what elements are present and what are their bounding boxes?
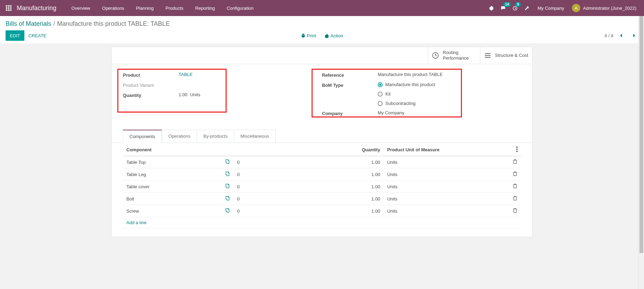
delete-row-icon[interactable]	[512, 196, 518, 201]
cell-qty: 1.00	[356, 156, 384, 168]
columns-kebab-icon[interactable]	[516, 148, 518, 153]
cell-qty: 1.00	[356, 168, 384, 181]
table-row[interactable]: Table Top01.00Units	[123, 156, 521, 168]
table-row[interactable]: Table cover01.00Units	[123, 181, 521, 193]
apps-menu-icon[interactable]	[3, 0, 15, 16]
th-component: Component	[123, 143, 221, 156]
delete-row-icon[interactable]	[512, 208, 518, 213]
stat-routing-performance[interactable]: Routing Performance	[428, 47, 480, 64]
cell-zero: 0	[234, 205, 356, 217]
delete-row-icon[interactable]	[512, 171, 518, 176]
table-row[interactable]: Table Leg01.00Units	[123, 168, 521, 181]
sub-bom-icon[interactable]	[225, 183, 230, 189]
label-product: Product	[123, 72, 179, 78]
svg-rect-12	[485, 55, 491, 56]
control-panel: Bills of Materials / Manufacture this pr…	[0, 16, 644, 44]
value-product[interactable]: TABLE	[179, 72, 322, 77]
svg-point-15	[516, 149, 518, 150]
svg-rect-3	[6, 7, 7, 9]
radio-kit[interactable]: Kit	[378, 91, 521, 97]
value-company: My Company	[378, 110, 521, 115]
activities-badge: 9	[515, 2, 521, 7]
cell-zero: 0	[234, 168, 356, 181]
svg-rect-0	[6, 5, 7, 7]
form-left-col: Product TABLE Product Variant Quantity 1…	[123, 72, 322, 120]
form-sheet: Routing Performance Structure & Cost Pro…	[111, 47, 533, 237]
th-uom: Product Unit of Measure	[384, 143, 507, 156]
label-product-variant: Product Variant	[123, 82, 179, 88]
nav-overview[interactable]: Overview	[65, 0, 96, 16]
app-brand[interactable]: Manufacturing	[17, 5, 56, 12]
company-switcher[interactable]: My Company	[533, 0, 569, 16]
nav-products[interactable]: Products	[159, 0, 189, 16]
radio-icon	[378, 82, 383, 87]
radio-label-kit: Kit	[385, 91, 391, 97]
edit-button[interactable]: Edit	[6, 30, 24, 41]
label-quantity: Quantity	[123, 92, 179, 98]
sub-bom-icon[interactable]	[225, 159, 230, 164]
delete-row-icon[interactable]	[512, 183, 518, 189]
nav-planning[interactable]: Planning	[130, 0, 160, 16]
scrollbar[interactable]	[638, 16, 644, 289]
label-bom-type: BoM Type	[322, 82, 378, 88]
tools-icon[interactable]	[521, 0, 533, 16]
delete-row-icon[interactable]	[512, 159, 518, 164]
debug-icon[interactable]	[485, 0, 497, 16]
action-button[interactable]: Action	[324, 33, 343, 38]
nav-configuration[interactable]: Configuration	[221, 0, 259, 16]
sub-bom-icon[interactable]	[225, 171, 230, 176]
tab-byproducts[interactable]: By-products	[197, 130, 234, 143]
label-reference: Reference	[322, 72, 378, 78]
create-button[interactable]: Create	[24, 30, 51, 41]
cell-qty: 1.00	[356, 181, 384, 193]
tab-miscellaneous[interactable]: Miscellaneous	[234, 130, 276, 143]
add-line-row[interactable]: Add a line	[123, 217, 521, 228]
messages-icon[interactable]: 14	[497, 0, 509, 16]
breadcrumb-root[interactable]: Bills of Materials	[6, 20, 51, 28]
value-reference: Manufacture this product TABLE	[378, 72, 521, 77]
action-label: Action	[330, 33, 343, 38]
cell-qty: 1.00	[356, 205, 384, 217]
cell-component: Table Top	[123, 156, 221, 168]
tabs: Components Operations By-products Miscel…	[112, 129, 532, 143]
tab-operations[interactable]: Operations	[162, 130, 197, 143]
cell-uom: Units	[384, 181, 507, 193]
cell-uom: Units	[384, 205, 507, 217]
table-row[interactable]: Bolt01.00Units	[123, 193, 521, 205]
label-company: Company	[322, 110, 378, 116]
tab-components[interactable]: Components	[123, 130, 162, 143]
stat-structure-cost[interactable]: Structure & Cost	[480, 47, 532, 64]
quantity-number: 1.00	[179, 92, 187, 97]
pager-text[interactable]: 8 / 8	[605, 33, 613, 38]
table-row[interactable]: Screw01.00Units	[123, 205, 521, 217]
nav-reporting[interactable]: Reporting	[189, 0, 221, 16]
cell-component: Bolt	[123, 193, 221, 205]
svg-rect-11	[485, 53, 491, 54]
radio-icon	[378, 92, 383, 97]
form-right-col: Reference Manufacture this product TABLE…	[322, 72, 521, 120]
nav-operations[interactable]: Operations	[96, 0, 130, 16]
stat-buttons: Routing Performance Structure & Cost	[112, 47, 532, 64]
radio-manufacture[interactable]: Manufacture this product	[378, 82, 521, 87]
th-quantity: Quantity	[356, 143, 384, 156]
sub-bom-icon[interactable]	[225, 196, 230, 201]
svg-rect-8	[10, 9, 11, 11]
print-label: Print	[307, 33, 316, 38]
quantity-unit: Units	[190, 92, 201, 97]
radio-subcontracting[interactable]: Subcontracting	[378, 101, 521, 106]
pager: 8 / 8	[605, 31, 638, 40]
radio-label-subcontracting: Subcontracting	[385, 101, 416, 106]
pager-prev[interactable]	[617, 31, 626, 40]
scrollbar-thumb[interactable]	[639, 16, 643, 253]
print-button[interactable]: Print	[301, 33, 316, 38]
breadcrumb-current: Manufacture this product TABLE: TABLE	[57, 20, 170, 28]
clock-icon	[432, 52, 439, 59]
sub-bom-icon[interactable]	[225, 208, 230, 213]
table-header-row: Component Quantity Product Unit of Measu…	[123, 143, 521, 156]
print-icon	[301, 33, 306, 38]
cell-component: Table Leg	[123, 168, 221, 181]
user-menu[interactable]: A Administrator (June_2022)	[569, 0, 641, 16]
pager-next[interactable]	[629, 31, 638, 40]
svg-rect-1	[8, 5, 9, 7]
activities-icon[interactable]: 9	[509, 0, 521, 16]
